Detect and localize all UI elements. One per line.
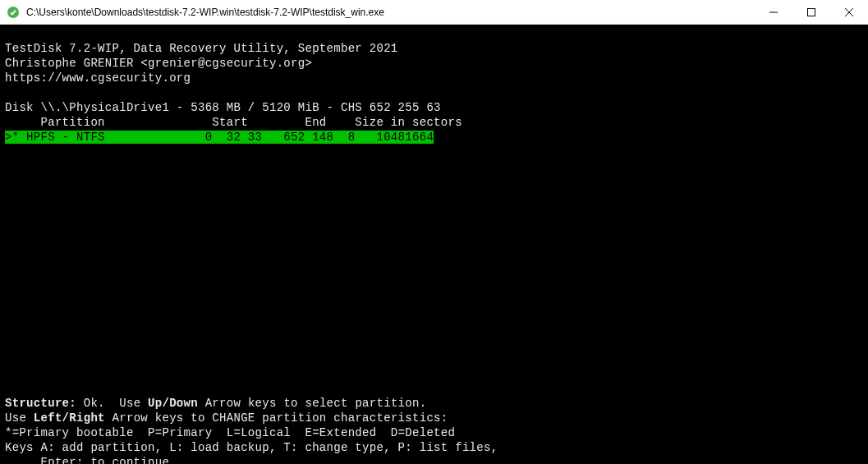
legend-line: *=Primary bootable P=Primary L=Logical E… [5,426,455,439]
partition-row-selected[interactable]: >* HPFS - NTFS 0 32 33 652 148 8 1048166… [5,131,434,144]
left-right-line: Use Left/Right Arrow keys to CHANGE part… [5,411,448,425]
maximize-button[interactable] [792,0,830,25]
disk-info: Disk \\.\PhysicalDrive1 - 5368 MB / 5120… [5,101,441,114]
structure-line: Structure: Ok. Use Up/Down Arrow keys to… [5,397,426,410]
header-line-3: https://www.cgsecurity.org [5,71,191,85]
window-title: C:\Users\konte\Downloads\testdisk-7.2-WI… [26,7,755,18]
close-button[interactable] [830,0,868,25]
minimize-button[interactable] [755,0,792,25]
enter-line: Enter: to continue [5,456,176,464]
svg-rect-2 [808,9,815,16]
window-controls [755,0,868,24]
app-icon [7,6,20,19]
column-headers: Partition Start End Size in sectors [5,116,462,129]
header-line-2: Christophe GRENIER <grenier@cgsecurity.o… [5,57,312,70]
window-titlebar: C:\Users\konte\Downloads\testdisk-7.2-WI… [0,0,868,25]
terminal-output[interactable]: TestDisk 7.2-WIP, Data Recovery Utility,… [0,25,868,464]
header-line-1: TestDisk 7.2-WIP, Data Recovery Utility,… [5,42,398,55]
keys-line: Keys A: add partition, L: load backup, T… [5,441,498,454]
